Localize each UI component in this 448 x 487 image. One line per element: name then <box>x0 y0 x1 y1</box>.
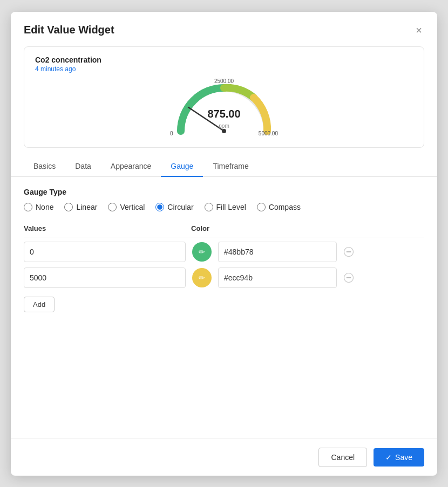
radio-linear[interactable]: Linear <box>64 203 97 211</box>
tab-appearance[interactable]: Appearance <box>101 156 161 177</box>
radio-fill-level-input[interactable] <box>205 203 213 211</box>
radio-circular[interactable]: Circular <box>155 203 193 211</box>
col-color-header: Color <box>191 224 209 232</box>
gauge-type-title: Gauge Type <box>24 188 424 196</box>
radio-vertical[interactable]: Vertical <box>108 203 145 211</box>
preview-area: Co2 concentration 4 minutes ago <box>24 46 424 148</box>
preview-subtitle: 4 minutes ago <box>35 65 413 73</box>
remove-button-1[interactable] <box>342 271 355 284</box>
pencil-icon-1: ✏ <box>199 273 205 282</box>
col-values-header: Values <box>24 224 191 232</box>
save-label: Save <box>395 453 412 462</box>
radio-none-label: None <box>36 203 53 211</box>
radio-circular-input[interactable] <box>155 203 164 211</box>
color-row-1: ✏ <box>24 267 424 288</box>
radio-fill-level[interactable]: Fill Level <box>205 203 246 211</box>
gauge-value-group: 875.00 ppm <box>207 108 240 130</box>
gauge-top-label: 2500.00 <box>214 78 234 84</box>
color-swatch-button-1[interactable]: ✏ <box>192 268 212 287</box>
preview-title: Co2 concentration <box>35 56 413 64</box>
gauge-type-radio-group: None Linear Vertical Circular Fill Level… <box>24 203 424 211</box>
radio-compass-label: Compass <box>269 203 301 211</box>
radio-fill-level-label: Fill Level <box>216 203 246 211</box>
remove-icon-0 <box>344 247 354 257</box>
radio-circular-label: Circular <box>167 203 193 211</box>
gauge-preview: 2500.00 875.00 ppm 0 5000.00 <box>35 77 413 136</box>
color-text-input-1[interactable] <box>218 267 337 288</box>
radio-none[interactable]: None <box>24 203 53 211</box>
tab-basics[interactable]: Basics <box>24 156 65 177</box>
modal-header: Edit Value Widget × <box>11 12 437 46</box>
edit-widget-modal: Edit Value Widget × Co2 concentration 4 … <box>11 12 437 476</box>
tab-timeframe[interactable]: Timeframe <box>203 156 258 177</box>
radio-compass-input[interactable] <box>257 203 266 211</box>
save-icon: ✓ <box>385 453 392 462</box>
pencil-icon-0: ✏ <box>199 248 205 256</box>
tabs-bar: Basics Data Appearance Gauge Timeframe <box>11 156 437 177</box>
color-row-0: ✏ <box>24 242 424 262</box>
color-swatch-button-0[interactable]: ✏ <box>192 242 212 262</box>
close-button[interactable]: × <box>413 23 424 38</box>
remove-button-0[interactable] <box>342 245 355 258</box>
radio-linear-input[interactable] <box>64 203 73 211</box>
value-input-0[interactable] <box>24 242 186 262</box>
add-button[interactable]: Add <box>24 297 55 312</box>
colors-table-header: Values Color <box>24 224 424 237</box>
gauge-max-label: 5000.00 <box>259 131 278 136</box>
color-text-input-0[interactable] <box>218 242 337 262</box>
radio-none-input[interactable] <box>24 203 32 211</box>
radio-compass[interactable]: Compass <box>257 203 301 211</box>
remove-icon-1 <box>344 273 354 283</box>
radio-vertical-label: Vertical <box>120 203 145 211</box>
tab-data[interactable]: Data <box>65 156 101 177</box>
tab-content: Gauge Type None Linear Vertical Circular… <box>11 177 437 438</box>
save-button[interactable]: ✓ Save <box>374 448 424 467</box>
radio-vertical-input[interactable] <box>108 203 117 211</box>
modal-title: Edit Value Widget <box>24 24 114 36</box>
value-input-1[interactable] <box>24 267 186 288</box>
modal-footer: Cancel ✓ Save <box>11 438 437 476</box>
gauge-unit: ppm <box>219 123 229 129</box>
gauge-min-label: 0 <box>170 131 173 136</box>
tab-gauge[interactable]: Gauge <box>161 156 203 177</box>
cancel-button[interactable]: Cancel <box>318 448 367 467</box>
radio-linear-label: Linear <box>76 203 97 211</box>
gauge-value: 875.00 <box>207 108 240 120</box>
